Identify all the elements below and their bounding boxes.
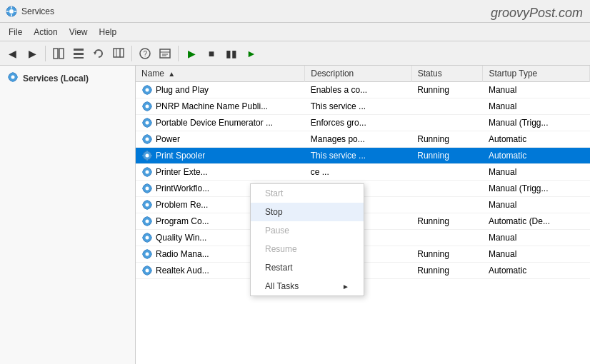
- service-name-cell: PNRP Machine Name Publi...: [136, 98, 305, 115]
- service-status: Running: [411, 131, 483, 148]
- context-menu-stop[interactable]: Stop: [251, 203, 364, 221]
- services-local-icon: [7, 71, 19, 85]
- right-panel: Name ▲ Description Status Startup Type P…: [136, 66, 590, 364]
- context-menu-restart[interactable]: Restart: [251, 258, 364, 277]
- service-name: Power: [156, 134, 180, 144]
- svg-rect-20: [8, 76, 10, 78]
- table-row[interactable]: PNRP Machine Name Publi...This service .…: [136, 98, 590, 115]
- svg-rect-81: [150, 237, 152, 238]
- service-status: Running: [411, 246, 483, 263]
- table-row[interactable]: Portable Device Enumerator ...Enforces g…: [136, 115, 590, 131]
- svg-rect-33: [150, 106, 152, 107]
- svg-rect-21: [16, 76, 18, 78]
- service-name-cell: Portable Device Enumerator ...: [136, 115, 305, 131]
- table-row[interactable]: Printer Exte...ce ...Manual: [136, 164, 590, 181]
- menu-file[interactable]: File: [3, 26, 28, 39]
- context-menu-start[interactable]: Start: [251, 184, 364, 203]
- title-bar-title: Services: [21, 6, 54, 16]
- svg-rect-67: [146, 208, 148, 210]
- svg-rect-50: [142, 155, 144, 156]
- menu-help[interactable]: Help: [94, 26, 123, 39]
- col-header-description[interactable]: Description: [305, 66, 412, 82]
- svg-rect-72: [146, 216, 148, 218]
- service-name: Portable Device Enumerator ...: [156, 118, 273, 128]
- svg-point-59: [146, 187, 149, 191]
- refresh-button[interactable]: [89, 44, 108, 63]
- main-area: Services (Local) Name ▲ Description Stat…: [0, 66, 590, 364]
- svg-rect-24: [146, 85, 148, 87]
- svg-point-35: [146, 121, 149, 125]
- table-row[interactable]: Print SpoolerThis service ...RunningAuto…: [136, 148, 590, 164]
- svg-rect-37: [146, 126, 148, 128]
- all-tasks-arrow-icon: ►: [342, 283, 349, 290]
- service-name: Radio Mana...: [156, 249, 209, 259]
- stop-button[interactable]: ■: [202, 44, 221, 63]
- play-button[interactable]: ▶: [182, 44, 201, 63]
- toolbar: ◀ ▶ ? ▶ ■ ▮▮ ►: [0, 41, 590, 66]
- menu-action[interactable]: Action: [28, 26, 63, 39]
- show-hide-tree-button[interactable]: [49, 44, 68, 63]
- svg-rect-90: [146, 266, 148, 268]
- context-menu-all-tasks[interactable]: All Tasks ►: [251, 277, 364, 295]
- svg-rect-26: [142, 89, 144, 91]
- svg-rect-36: [146, 118, 148, 120]
- svg-point-29: [146, 105, 149, 108]
- back-button[interactable]: ◀: [3, 44, 21, 63]
- service-startup-type: Automatic: [483, 263, 590, 279]
- col-header-name[interactable]: Name ▲: [136, 66, 305, 82]
- help-button[interactable]: ?: [136, 44, 154, 63]
- service-status: [411, 164, 483, 181]
- col-header-status[interactable]: Status: [411, 66, 483, 82]
- svg-rect-61: [146, 191, 148, 193]
- sort-arrow: ▲: [168, 70, 175, 78]
- svg-rect-56: [142, 171, 144, 173]
- properties-button[interactable]: [156, 44, 174, 63]
- export-button[interactable]: [109, 44, 128, 63]
- svg-rect-74: [142, 221, 144, 222]
- title-bar-icon: [6, 6, 17, 17]
- svg-rect-57: [150, 171, 152, 173]
- col-header-startup-type[interactable]: Startup Type: [483, 66, 590, 82]
- view-button[interactable]: [69, 44, 88, 63]
- context-menu-resume[interactable]: Resume: [251, 240, 364, 258]
- left-panel-label: Services (Local): [23, 74, 89, 84]
- svg-rect-3: [59, 49, 64, 59]
- service-name: Realtek Aud...: [156, 266, 209, 275]
- restart-button[interactable]: ►: [242, 44, 261, 63]
- toolbar-sep-2: [131, 46, 132, 61]
- service-startup-type: Manual: [483, 230, 590, 246]
- svg-point-89: [146, 269, 149, 273]
- service-description: This service ...: [305, 148, 412, 164]
- left-panel-header: Services (Local): [3, 69, 132, 88]
- service-name: PNRP Machine Name Publi...: [156, 101, 268, 111]
- svg-rect-68: [142, 204, 144, 206]
- service-status: [411, 230, 483, 246]
- svg-rect-75: [150, 221, 152, 222]
- menu-view[interactable]: View: [64, 26, 94, 39]
- svg-rect-30: [146, 101, 148, 103]
- svg-rect-86: [142, 253, 144, 255]
- svg-rect-44: [142, 138, 144, 140]
- table-row[interactable]: PowerManages po...RunningAutomatic: [136, 131, 590, 148]
- svg-rect-78: [146, 233, 148, 235]
- svg-rect-84: [146, 249, 148, 251]
- svg-rect-39: [150, 122, 152, 123]
- service-startup-type: Manual: [483, 197, 590, 213]
- context-menu-pause[interactable]: Pause: [251, 221, 364, 240]
- service-status: [411, 98, 483, 115]
- service-name: Program Co...: [156, 216, 209, 226]
- forward-button[interactable]: ▶: [23, 44, 41, 63]
- svg-rect-73: [146, 224, 148, 226]
- service-status: Running: [411, 148, 483, 164]
- table-row[interactable]: Plug and PlayEnables a co...RunningManua…: [136, 82, 590, 98]
- svg-point-53: [146, 171, 149, 174]
- service-description: Manages po...: [305, 131, 412, 148]
- service-startup-type: Manual: [483, 164, 590, 181]
- pause-button[interactable]: ▮▮: [222, 44, 241, 63]
- svg-point-65: [146, 203, 149, 207]
- svg-rect-69: [150, 204, 152, 206]
- svg-rect-2: [54, 49, 58, 59]
- svg-rect-79: [146, 241, 148, 243]
- service-startup-type: Manual: [483, 82, 590, 98]
- service-status: Running: [411, 82, 483, 98]
